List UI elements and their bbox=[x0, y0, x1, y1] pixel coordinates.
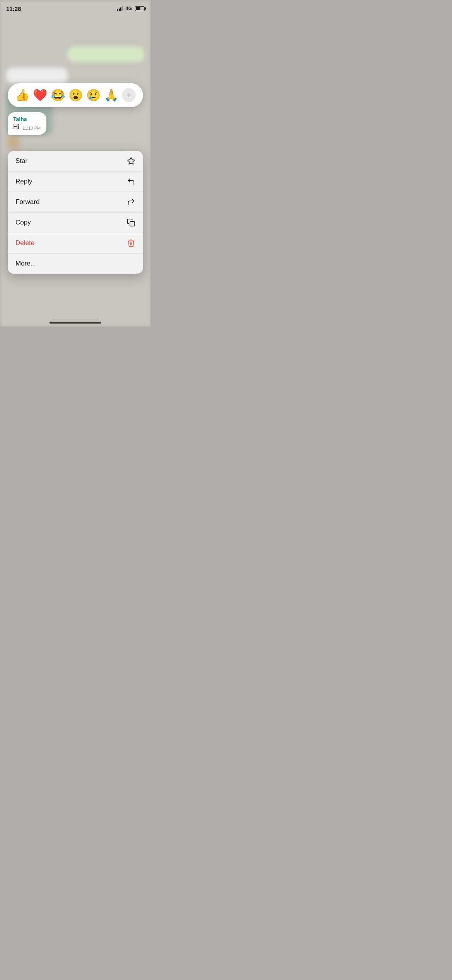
battery-body bbox=[135, 6, 145, 11]
emoji-pray[interactable]: 🙏 bbox=[104, 89, 118, 101]
delete-label: Delete bbox=[15, 239, 34, 247]
forward-icon bbox=[127, 198, 135, 206]
bar-3 bbox=[120, 7, 121, 11]
menu-item-delete[interactable]: Delete bbox=[8, 233, 143, 254]
network-label: 4G bbox=[126, 6, 132, 11]
more-icon bbox=[127, 259, 135, 268]
menu-item-forward[interactable]: Forward bbox=[8, 192, 143, 212]
menu-item-star[interactable]: Star bbox=[8, 151, 143, 171]
status-time: 11:28 bbox=[6, 5, 21, 12]
copy-label: Copy bbox=[15, 219, 31, 226]
bar-4 bbox=[122, 6, 123, 11]
home-indicator bbox=[49, 322, 101, 324]
copy-icon bbox=[127, 218, 135, 227]
bubble-content: Hi 11:10 PM bbox=[13, 123, 41, 131]
star-label: Star bbox=[15, 157, 27, 165]
battery-fill bbox=[136, 7, 140, 10]
emoji-surprised[interactable]: 😮 bbox=[68, 89, 83, 101]
plus-icon: + bbox=[127, 91, 131, 99]
bg-bubble-2 bbox=[6, 68, 68, 83]
menu-item-reply[interactable]: Reply bbox=[8, 171, 143, 192]
trash-icon bbox=[127, 239, 135, 247]
signal-bars-icon bbox=[117, 6, 123, 11]
reply-icon bbox=[127, 177, 135, 186]
reply-label: Reply bbox=[15, 178, 32, 185]
svg-marker-0 bbox=[128, 158, 135, 164]
menu-item-copy[interactable]: Copy bbox=[8, 212, 143, 233]
bar-2 bbox=[119, 9, 120, 11]
bg-bubble-1 bbox=[67, 46, 145, 62]
message-time: 11:10 PM bbox=[22, 126, 41, 130]
emoji-more-button[interactable]: + bbox=[122, 88, 136, 102]
context-menu: Star Reply Forward Copy Delete bbox=[8, 151, 143, 274]
message-text: Hi bbox=[13, 123, 19, 131]
emoji-reaction-bar[interactable]: 👍 ❤️ 😂 😮 😢 🙏 + bbox=[8, 83, 143, 107]
message-sender: Talha bbox=[13, 116, 41, 122]
emoji-laugh[interactable]: 😂 bbox=[51, 89, 65, 101]
more-label: More... bbox=[15, 260, 36, 267]
bg-avatar bbox=[6, 135, 20, 149]
emoji-thumbsup[interactable]: 👍 bbox=[15, 89, 29, 101]
emoji-cry[interactable]: 😢 bbox=[86, 89, 101, 101]
status-icons: 4G bbox=[117, 6, 145, 11]
message-bubble: Talha Hi 11:10 PM bbox=[8, 112, 46, 135]
bar-1 bbox=[117, 9, 118, 11]
battery-icon bbox=[135, 6, 145, 11]
menu-item-more[interactable]: More... bbox=[8, 254, 143, 274]
emoji-heart[interactable]: ❤️ bbox=[33, 89, 47, 101]
svg-rect-1 bbox=[130, 221, 135, 226]
star-icon bbox=[127, 157, 135, 165]
forward-label: Forward bbox=[15, 198, 39, 206]
status-bar: 11:28 4G bbox=[0, 0, 151, 17]
